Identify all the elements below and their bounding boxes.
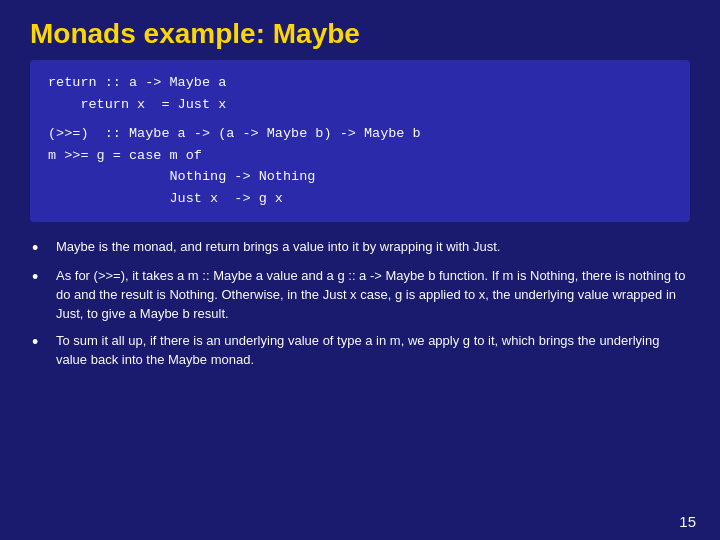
- code-line-4: m >>= g = case m of: [48, 145, 672, 167]
- code-line-6: Just x -> g x: [48, 188, 672, 210]
- list-item: • As for (>>=), it takes a m :: Maybe a …: [32, 267, 688, 324]
- bullet-dot-2: •: [32, 267, 52, 289]
- page-number: 15: [679, 513, 696, 530]
- bullet-dot-1: •: [32, 238, 52, 260]
- bullet-list: • Maybe is the monad, and return brings …: [24, 238, 696, 370]
- bullet-text-2: As for (>>=), it takes a m :: Maybe a va…: [56, 267, 688, 324]
- page-title: Monads example: Maybe: [0, 0, 720, 60]
- code-line-2: return x = Just x: [48, 94, 672, 116]
- code-line-5: Nothing -> Nothing: [48, 166, 672, 188]
- list-item: • To sum it all up, if there is an under…: [32, 332, 688, 370]
- bullet-dot-3: •: [32, 332, 52, 354]
- code-block: return :: a -> Maybe a return x = Just x…: [30, 60, 690, 222]
- code-line-3: (>>=) :: Maybe a -> (a -> Maybe b) -> Ma…: [48, 123, 672, 145]
- bullet-text-3: To sum it all up, if there is an underly…: [56, 332, 688, 370]
- bullet-text-1: Maybe is the monad, and return brings a …: [56, 238, 688, 257]
- code-line-1: return :: a -> Maybe a: [48, 72, 672, 94]
- list-item: • Maybe is the monad, and return brings …: [32, 238, 688, 260]
